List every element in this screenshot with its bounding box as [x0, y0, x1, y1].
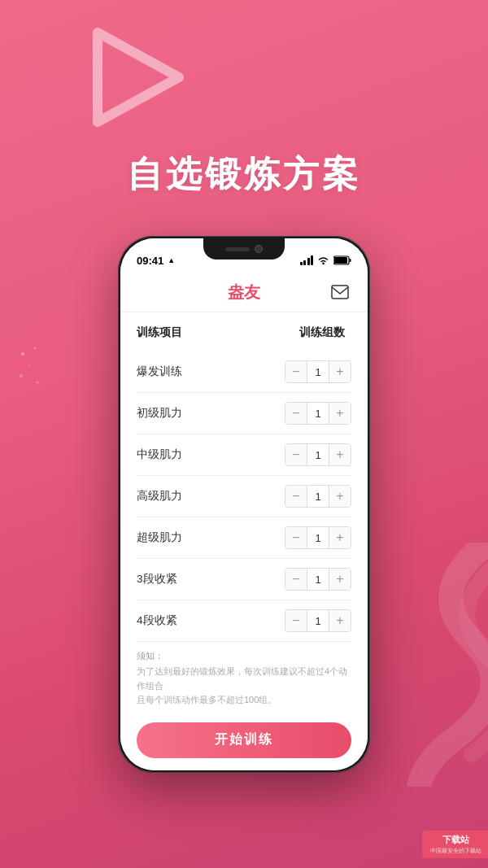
- phone-mockup: 09:41 ▲: [118, 236, 370, 773]
- notice-section: 须知： 为了达到最好的锻炼效果，每次训练建议不超过4个动作组合且每个训练动作最多…: [137, 650, 351, 714]
- time-text: 09:41: [137, 255, 163, 267]
- svg-point-3: [20, 374, 24, 378]
- download-badge: 下载站 中国最安全的下载站: [422, 831, 488, 858]
- table-row: 超级肌力 − 1 +: [137, 517, 351, 559]
- signal-bar-2: [303, 260, 306, 265]
- training-name: 超级肌力: [137, 530, 182, 545]
- training-rows-container: 爆发训练 − 1 + 初级肌力 − 1 + 中级肌力 − 1 + 高级肌力: [137, 351, 351, 642]
- stepper-plus-0[interactable]: +: [329, 360, 351, 383]
- stepper-plus-2[interactable]: +: [329, 443, 351, 466]
- phone-notch: [203, 238, 285, 260]
- stepper-plus-3[interactable]: +: [329, 485, 351, 508]
- status-time: 09:41 ▲: [137, 255, 175, 267]
- training-name: 3段收紧: [137, 572, 177, 587]
- stepper-value-0: 1: [307, 360, 329, 383]
- table-row: 中级肌力 − 1 +: [137, 434, 351, 476]
- stepper-plus-4[interactable]: +: [329, 526, 351, 549]
- stepper-6[interactable]: − 1 +: [285, 609, 351, 632]
- notice-title: 须知：: [137, 650, 351, 662]
- signal-bar-3: [307, 258, 310, 265]
- start-btn-area: 开始训练: [137, 714, 351, 770]
- stepper-minus-6[interactable]: −: [285, 609, 307, 632]
- dl-badge-title: 下载站: [430, 834, 481, 846]
- dl-badge-subtitle: 中国最安全的下载站: [430, 847, 481, 855]
- stepper-5[interactable]: − 1 +: [285, 568, 351, 591]
- stepper-plus-6[interactable]: +: [329, 609, 351, 632]
- table-row: 高级肌力 − 1 +: [137, 476, 351, 517]
- signal-bar-4: [311, 255, 313, 265]
- phone-shell: 09:41 ▲: [118, 236, 370, 773]
- wifi-icon: [317, 255, 329, 265]
- status-icons: [300, 255, 352, 265]
- table-row: 3段收紧 − 1 +: [137, 559, 351, 600]
- svg-rect-9: [332, 286, 348, 299]
- svg-point-2: [28, 365, 30, 367]
- stepper-value-1: 1: [307, 402, 329, 425]
- stepper-minus-3[interactable]: −: [285, 485, 307, 508]
- training-name: 高级肌力: [137, 489, 182, 504]
- page-headline: 自选锻炼方案: [0, 150, 488, 198]
- stepper-minus-2[interactable]: −: [285, 443, 307, 466]
- phone-screen: 09:41 ▲: [120, 238, 368, 770]
- stepper-plus-5[interactable]: +: [329, 568, 351, 591]
- stepper-value-3: 1: [307, 485, 329, 508]
- battery-icon: [333, 255, 351, 265]
- svg-point-5: [322, 263, 324, 264]
- table-row: 爆发训练 − 1 +: [137, 351, 351, 393]
- stepper-4[interactable]: − 1 +: [285, 526, 351, 549]
- training-name: 爆发训练: [137, 364, 182, 379]
- signal-bar-1: [300, 262, 303, 265]
- training-name: 4段收紧: [137, 613, 177, 628]
- location-icon: ▲: [168, 256, 175, 264]
- stepper-2[interactable]: − 1 +: [285, 443, 351, 466]
- stepper-minus-0[interactable]: −: [285, 360, 307, 383]
- app-logo: 盎友: [159, 281, 329, 303]
- stepper-minus-4[interactable]: −: [285, 526, 307, 549]
- col-header-right: 训练组数: [299, 325, 345, 340]
- svg-rect-7: [334, 257, 347, 264]
- app-header: 盎友: [120, 274, 368, 312]
- stepper-plus-1[interactable]: +: [329, 402, 351, 425]
- mail-button[interactable]: [329, 281, 351, 303]
- stepper-value-4: 1: [307, 526, 329, 549]
- svg-point-4: [37, 382, 39, 384]
- table-row: 初级肌力 − 1 +: [137, 393, 351, 434]
- svg-rect-8: [350, 259, 351, 262]
- signal-icon: [300, 255, 314, 265]
- start-training-button[interactable]: 开始训练: [137, 722, 351, 758]
- col-header-left: 训练项目: [137, 325, 182, 340]
- svg-point-1: [34, 347, 37, 350]
- notice-text: 为了达到最好的锻炼效果，每次训练建议不超过4个动作组合且每个训练动作最多不超过1…: [137, 665, 351, 708]
- stepper-value-6: 1: [307, 609, 329, 632]
- mail-icon: [331, 285, 349, 299]
- stepper-value-5: 1: [307, 568, 329, 591]
- svg-point-0: [21, 352, 24, 355]
- camera-notch: [255, 245, 263, 253]
- table-header: 训练项目 训练组数: [137, 325, 351, 345]
- training-name: 初级肌力: [137, 406, 182, 421]
- stepper-1[interactable]: − 1 +: [285, 402, 351, 425]
- stepper-minus-1[interactable]: −: [285, 402, 307, 425]
- stepper-value-2: 1: [307, 443, 329, 466]
- stepper-0[interactable]: − 1 +: [285, 360, 351, 383]
- sparkle-deco: [15, 342, 47, 390]
- table-row: 4段收紧 − 1 +: [137, 600, 351, 642]
- stepper-3[interactable]: − 1 +: [285, 485, 351, 508]
- training-name: 中级肌力: [137, 447, 182, 462]
- speaker-notch: [225, 247, 250, 251]
- main-content: 训练项目 训练组数 爆发训练 − 1 + 初级肌力 − 1 + 中级肌力 −: [120, 312, 368, 770]
- play-triangle-deco: [81, 24, 187, 130]
- stepper-minus-5[interactable]: −: [285, 568, 307, 591]
